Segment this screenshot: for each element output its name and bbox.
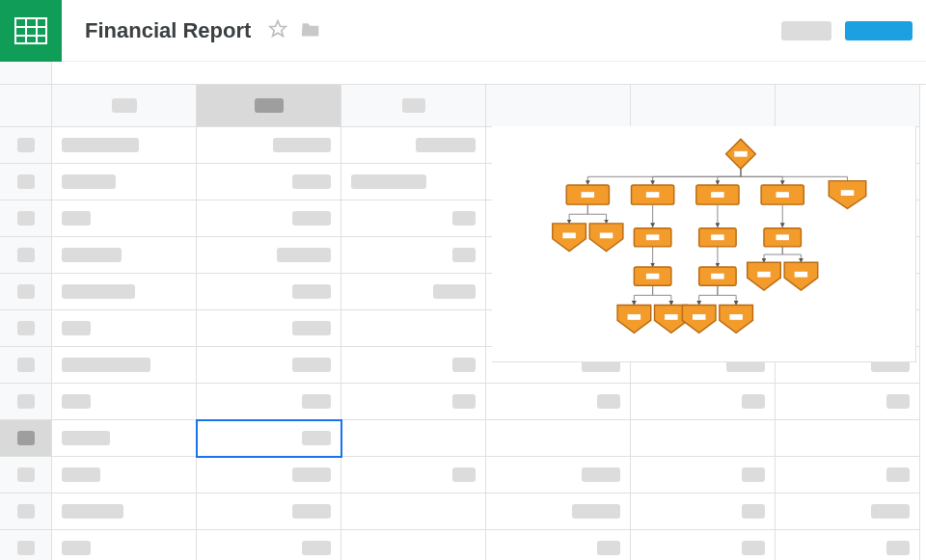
cell[interactable]: [52, 310, 197, 347]
cell[interactable]: [52, 274, 197, 310]
cell[interactable]: [197, 530, 341, 560]
cell[interactable]: [197, 457, 341, 493]
row-header[interactable]: [0, 457, 52, 493]
cell[interactable]: [776, 493, 920, 530]
row-header[interactable]: [0, 384, 52, 420]
row-header[interactable]: [0, 420, 52, 457]
cell[interactable]: [631, 420, 776, 457]
cell[interactable]: [52, 530, 197, 560]
cell[interactable]: [486, 420, 631, 457]
cell[interactable]: [197, 164, 341, 200]
cell[interactable]: [486, 384, 631, 420]
row-header[interactable]: [0, 347, 52, 384]
cell-value-placeholder: [302, 394, 331, 409]
column-header[interactable]: [631, 85, 776, 127]
star-icon[interactable]: [268, 19, 287, 42]
row-header[interactable]: [0, 127, 52, 164]
formula-input[interactable]: [52, 62, 926, 84]
folder-icon[interactable]: [301, 20, 320, 41]
cell[interactable]: [197, 200, 341, 237]
column-header[interactable]: [486, 85, 631, 127]
svg-rect-13: [711, 192, 723, 198]
cell[interactable]: [52, 420, 197, 457]
cell[interactable]: [341, 493, 486, 530]
cell-value-placeholder: [62, 248, 122, 262]
cell[interactable]: [197, 127, 341, 164]
cell[interactable]: [341, 200, 486, 237]
row-label-placeholder: [17, 394, 35, 409]
cell[interactable]: [631, 530, 776, 560]
cell[interactable]: [341, 384, 486, 420]
cell[interactable]: [341, 347, 486, 384]
cell-value-placeholder: [292, 174, 331, 189]
share-button[interactable]: [845, 21, 912, 40]
cell[interactable]: [52, 237, 197, 274]
row-header[interactable]: [0, 164, 52, 200]
name-box[interactable]: [0, 62, 52, 84]
cell-value-placeholder: [273, 138, 331, 152]
cell-value-placeholder: [292, 211, 331, 226]
cell[interactable]: [52, 127, 197, 164]
cell[interactable]: [52, 493, 197, 530]
cell[interactable]: [197, 310, 341, 347]
cell-value-placeholder: [292, 284, 331, 299]
embedded-flowchart[interactable]: [492, 126, 916, 362]
cell[interactable]: [341, 164, 486, 200]
cell-value-placeholder: [886, 394, 910, 409]
column-label-placeholder: [402, 98, 425, 113]
cell[interactable]: [197, 237, 341, 274]
row-header[interactable]: [0, 493, 52, 530]
cell[interactable]: [631, 457, 776, 493]
cell-value-placeholder: [277, 248, 331, 262]
cell[interactable]: [52, 457, 197, 493]
row-header[interactable]: [0, 274, 52, 310]
cell[interactable]: [341, 530, 486, 560]
cell[interactable]: [341, 274, 486, 310]
cell[interactable]: [776, 384, 920, 420]
column-header[interactable]: [197, 85, 341, 127]
cell[interactable]: [52, 164, 197, 200]
cell[interactable]: [197, 420, 341, 457]
column-header[interactable]: [52, 85, 197, 127]
cell[interactable]: [52, 347, 197, 384]
cell[interactable]: [197, 274, 341, 310]
cell[interactable]: [197, 384, 341, 420]
cell[interactable]: [776, 457, 920, 493]
cell[interactable]: [197, 493, 341, 530]
cell[interactable]: [776, 530, 920, 560]
cell-value-placeholder: [292, 321, 331, 335]
cell[interactable]: [486, 457, 631, 493]
row-header[interactable]: [0, 530, 52, 560]
cell[interactable]: [486, 530, 631, 560]
cell[interactable]: [631, 384, 776, 420]
document-title[interactable]: Financial Report: [85, 18, 251, 43]
cell-value-placeholder: [292, 467, 331, 482]
select-all-corner[interactable]: [0, 85, 52, 127]
cell[interactable]: [341, 237, 486, 274]
row-header[interactable]: [0, 200, 52, 237]
sheets-app-icon[interactable]: [0, 0, 62, 62]
cell-value-placeholder: [62, 358, 150, 372]
column-header[interactable]: [341, 85, 486, 127]
cell-value-placeholder: [597, 541, 620, 555]
cell[interactable]: [341, 127, 486, 164]
row-header[interactable]: [0, 237, 52, 274]
cell[interactable]: [52, 384, 197, 420]
cell-value-placeholder: [302, 431, 331, 445]
cell[interactable]: [197, 347, 341, 384]
cell[interactable]: [341, 310, 486, 347]
cell-value-placeholder: [62, 467, 100, 482]
cell-value-placeholder: [62, 174, 116, 189]
cell-value-placeholder: [62, 138, 139, 152]
cell[interactable]: [776, 420, 920, 457]
cell[interactable]: [341, 420, 486, 457]
row-label-placeholder: [17, 541, 35, 555]
cell[interactable]: [486, 493, 631, 530]
cell[interactable]: [341, 457, 486, 493]
cell[interactable]: [631, 493, 776, 530]
svg-rect-7: [734, 151, 747, 157]
cell[interactable]: [52, 200, 197, 237]
row-header[interactable]: [0, 310, 52, 347]
header-action-button-1[interactable]: [781, 21, 831, 40]
column-header[interactable]: [776, 85, 920, 127]
